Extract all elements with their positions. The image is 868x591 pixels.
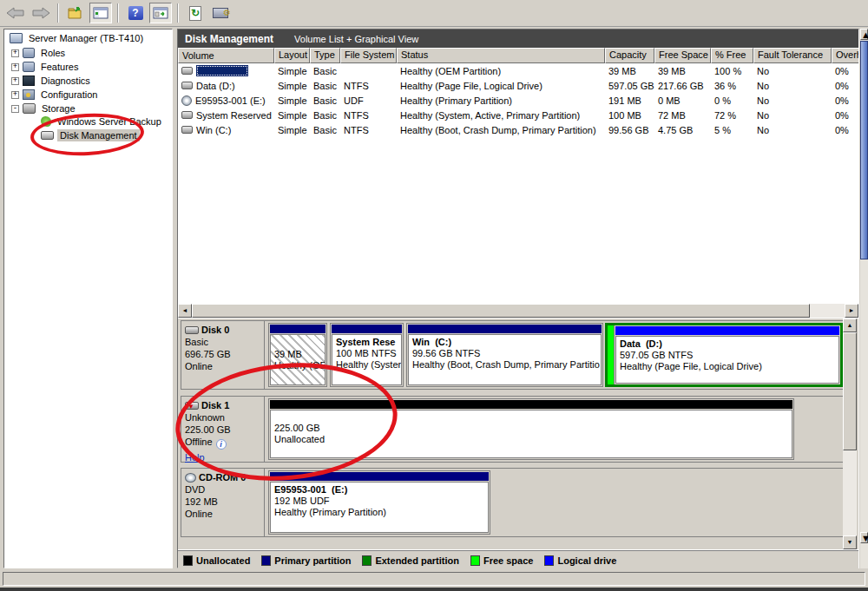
legend-item-unallocated: Unallocated — [183, 555, 250, 566]
back-button[interactable] — [4, 3, 27, 23]
cdrom-label[interactable]: CD-ROM 0 DVD 192 MB Online — [181, 469, 265, 536]
disk1-partitions: 225.00 GB Unallocated — [265, 397, 844, 462]
column-header-overhead[interactable]: Overh — [832, 48, 858, 63]
column-header-layout[interactable]: Layout — [274, 48, 310, 63]
cell-capacity: 597.05 GB — [605, 81, 654, 91]
partition-e95953[interactable]: E95953-001 (E:) 192 MB UDF Healthy (Prim… — [268, 470, 490, 535]
partition-color-bar — [408, 325, 602, 333]
disk-type: Basic — [185, 336, 260, 348]
refresh-button[interactable] — [184, 3, 207, 23]
partition-data-d[interactable]: Data (D:) 597.05 GB NTFS Healthy (Page F… — [614, 325, 840, 384]
disk-status: Online — [185, 360, 260, 372]
show-action-pane-toggle[interactable] — [149, 3, 172, 23]
volume-row-system-reserved[interactable]: System Reserved Simple Basic NTFS Health… — [178, 108, 858, 122]
partition-oem[interactable]: 39 MB Healthy (OE — [268, 323, 327, 387]
expand-plus-icon[interactable]: + — [11, 63, 19, 71]
cell-layout: Simple — [274, 95, 310, 106]
legend-swatch-free-space — [470, 555, 480, 566]
unallocated-region[interactable]: 225.00 GB Unallocated — [268, 398, 794, 460]
hscrollbar-thumb[interactable] — [192, 304, 810, 318]
tree-item-features[interactable]: + Features — [4, 60, 81, 74]
show-console-tree-toggle[interactable] — [89, 3, 112, 23]
disk1-label[interactable]: Disk 1 Unknown 225.00 GB Offline Help — [181, 397, 265, 462]
console-settings-button[interactable] — [209, 3, 232, 23]
forward-button[interactable] — [30, 3, 52, 23]
column-header-capacity[interactable]: Capacity — [605, 48, 654, 63]
toolbar-separator — [177, 3, 179, 23]
tree-item-configuration[interactable]: + Configuration — [4, 88, 100, 102]
scroll-down-arrow[interactable] — [843, 535, 857, 549]
disk-size: 225.00 GB — [185, 424, 260, 436]
expand-plus-icon[interactable]: + — [11, 49, 19, 57]
volume-list-hscrollbar[interactable] — [178, 304, 858, 318]
tree-item-storage[interactable]: - Storage — [4, 102, 78, 115]
tree-item-windows-server-backup[interactable]: Windows Server Backup — [4, 115, 164, 128]
free-space-sliver[interactable] — [608, 325, 614, 384]
tree-item-roles[interactable]: + Roles — [4, 46, 68, 60]
cell-overhead: 0% — [832, 66, 858, 76]
column-header-type[interactable]: Type — [310, 48, 340, 63]
pane-vscrollbar-thumb[interactable] — [860, 41, 868, 259]
diagnostics-icon — [23, 76, 35, 86]
cell-free: 39 MB — [654, 66, 711, 76]
volume-row-data-d[interactable]: Data (D:) Simple Basic NTFS Healthy (Pag… — [178, 78, 858, 93]
vscrollbar-thumb[interactable] — [843, 332, 857, 450]
tree-item-diagnostics[interactable]: + Diagnostics — [4, 74, 93, 88]
column-header-free-space[interactable]: Free Space — [654, 48, 711, 63]
graphical-view-vscrollbar[interactable] — [843, 318, 857, 549]
column-header-file-system[interactable]: File System — [340, 48, 397, 63]
partition-win-c[interactable]: Win (C:) 99.56 GB NTFS Healthy (Boot, Cr… — [406, 323, 603, 387]
pane-vscrollbar[interactable] — [860, 29, 868, 568]
export-list-button[interactable] — [64, 3, 87, 23]
scroll-down-arrow[interactable] — [860, 532, 868, 543]
cell-pct-free: 0 % — [711, 95, 753, 106]
partition-status: Healthy (Primary Partition) — [274, 507, 484, 518]
legend-swatch-logical — [544, 555, 554, 566]
window-bottom-edge — [0, 588, 868, 591]
expand-plus-icon[interactable]: + — [11, 77, 19, 85]
volume-icon — [181, 126, 193, 134]
partition-system-reserved[interactable]: System Rese 100 MB NTFS Healthy (Syster — [330, 323, 404, 387]
cell-volume: E95953-001 (E:) — [195, 95, 266, 106]
disk-icon — [185, 326, 199, 334]
expand-plus-icon[interactable]: + — [11, 91, 19, 99]
cell-status: Healthy (Page File, Logical Drive) — [397, 81, 605, 91]
tree-item-server-manager[interactable]: Server Manager (TB-T410) — [4, 31, 146, 45]
cell-fs: NTFS — [340, 81, 397, 91]
scroll-up-arrow[interactable] — [860, 29, 868, 40]
volume-row-e95953[interactable]: E95953-001 (E:) Simple Basic UDF Healthy… — [178, 93, 858, 108]
cdrom-icon — [185, 473, 196, 483]
tree-item-label: Diagnostics — [38, 75, 93, 87]
legend-item-primary: Primary partition — [261, 555, 351, 566]
legend-label: Free space — [483, 555, 533, 566]
scroll-left-arrow[interactable] — [178, 304, 192, 318]
disk0-label[interactable]: Disk 0 Basic 696.75 GB Online — [181, 321, 265, 389]
hscrollbar-track[interactable] — [810, 304, 845, 318]
disk-row-1: Disk 1 Unknown 225.00 GB Offline Help 22… — [181, 396, 845, 463]
scroll-up-arrow[interactable] — [843, 318, 857, 332]
column-header-volume[interactable]: Volume — [178, 48, 274, 63]
partition-title: E95953-001 (E:) — [274, 484, 484, 496]
cell-capacity: 100 MB — [605, 110, 654, 121]
partition-color-bar — [270, 325, 326, 333]
tree-item-label: Storage — [39, 102, 78, 115]
help-link[interactable]: Help — [185, 451, 260, 463]
cell-volume: Data (D:) — [196, 81, 235, 91]
column-header-fault-tolerance[interactable]: Fault Tolerance — [753, 48, 832, 63]
column-header-status[interactable]: Status — [397, 48, 605, 63]
expand-minus-icon[interactable]: - — [11, 105, 19, 113]
disk-status: Offline — [185, 437, 213, 447]
column-header-pct-free[interactable]: % Free — [711, 48, 753, 63]
disk-type: DVD — [185, 483, 260, 496]
tree-item-disk-management[interactable]: Disk Management — [4, 128, 140, 142]
partition-size: 99.56 GB NTFS — [412, 348, 597, 359]
scroll-right-arrow[interactable] — [845, 304, 858, 318]
volume-row-oem[interactable]: Simple Basic Healthy (OEM Partition) 39 … — [178, 63, 858, 78]
info-icon[interactable] — [216, 439, 227, 450]
volume-row-win-c[interactable]: Win (C:) Simple Basic NTFS Healthy (Boot… — [178, 122, 858, 137]
help-button[interactable] — [124, 3, 147, 23]
disk-status: Online — [185, 508, 260, 520]
partition-size: 225.00 GB — [274, 423, 788, 434]
cell-overhead: 0% — [832, 110, 858, 121]
disk-offline-icon — [185, 402, 199, 410]
